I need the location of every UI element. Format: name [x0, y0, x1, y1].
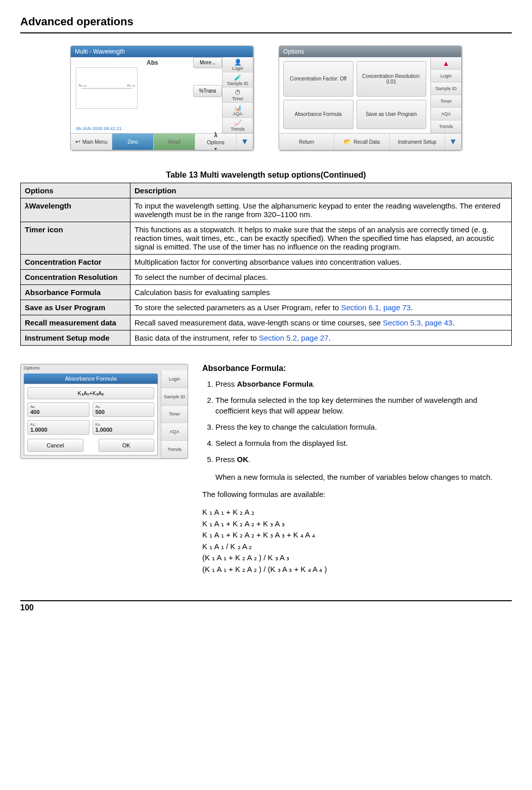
- instrument-setup-button[interactable]: Instrument Setup: [390, 134, 445, 150]
- sample-id-button[interactable]: 🧪Sample ID: [223, 72, 253, 88]
- procedure-steps: Press Absorbance Formula. The formula se…: [202, 379, 512, 465]
- axis-label-left: A₁ ₀₀: [78, 83, 86, 88]
- more-button[interactable]: More...: [193, 57, 222, 68]
- aqa-icon: 📊: [234, 104, 242, 111]
- page-down-button[interactable]: ▼: [237, 134, 253, 150]
- formula-select-button[interactable]: K₁A₁+K₂A₂: [27, 387, 154, 399]
- window-title: Multi - Wavelength: [71, 46, 253, 57]
- sample-icon: 🧪: [234, 74, 242, 81]
- save-user-program-button[interactable]: Save as User Program: [357, 100, 427, 130]
- dialog-tag: Options: [21, 364, 188, 370]
- opt-desc: To store the selected parameters as a Us…: [130, 300, 512, 315]
- k2-value: 1.0000: [96, 427, 152, 433]
- lambda-options-button[interactable]: λ Options ▼: [195, 134, 237, 150]
- step-text-end: .: [313, 380, 315, 388]
- side-toolbar: 👤Login 🧪Sample ID ⏱Timer 📊AQA 📈Trends: [222, 57, 253, 133]
- sample-id-button-3[interactable]: Sample ID: [161, 388, 188, 406]
- a1-value: 400: [30, 409, 86, 415]
- step-bold: Absorbance Formula: [237, 380, 313, 388]
- opt-name: Timer icon: [21, 222, 130, 255]
- desc-text: To store the selected parameters as a Us…: [135, 303, 341, 312]
- table-row: Absorbance FormulaCalculation basis for …: [21, 285, 512, 300]
- aqa-label-3: AQA: [169, 429, 179, 434]
- absorbance-formula-button[interactable]: Absorbance Formula: [283, 100, 353, 130]
- footer-rule: [20, 600, 512, 601]
- ok-button[interactable]: OK: [99, 439, 155, 452]
- procedure-heading: Absorbance Formula:: [202, 364, 512, 373]
- step-2: The formula selected in the top key dete…: [215, 395, 512, 416]
- opt-desc: Multiplication factor for converting abs…: [130, 255, 512, 270]
- login-label-3: Login: [169, 377, 180, 382]
- opt-desc: This functions as a stopwatch. It helps …: [130, 222, 512, 255]
- post-ok-note: When a new formula is selected, the numb…: [215, 472, 512, 482]
- login-icon: 👤: [234, 59, 242, 66]
- aqa-button-2[interactable]: AQA: [431, 108, 461, 120]
- step-text: Press: [215, 455, 237, 464]
- cancel-button[interactable]: Cancel: [27, 439, 83, 452]
- xref-link[interactable]: Section 5.3, page 43: [383, 318, 453, 327]
- login-button-3[interactable]: Login: [161, 370, 188, 388]
- trends-icon: 📈: [234, 119, 242, 127]
- opt-name: Concentration Resolution: [21, 270, 130, 285]
- k2-button[interactable]: K₂:1.0000: [93, 420, 155, 435]
- return-button[interactable]: Return: [279, 134, 334, 150]
- login-button-2[interactable]: Login: [431, 70, 461, 82]
- zero-button[interactable]: Zero: [112, 134, 154, 150]
- k1-value: 1.0000: [30, 427, 86, 433]
- aqa-button-3[interactable]: AQA: [161, 423, 188, 441]
- xref-link[interactable]: Section 6.1, page 73: [341, 303, 411, 312]
- timer-button-3[interactable]: Timer: [161, 406, 188, 424]
- dialog-title: Absorbance Formula: [24, 373, 158, 384]
- opt-desc: Calculation basis for evaluating samples: [130, 285, 512, 300]
- formulas-available-label: The following formulas are available:: [202, 489, 512, 500]
- trends-button-2[interactable]: Trends: [431, 120, 461, 133]
- table-row: Recall measurement dataRecall saved meas…: [21, 315, 512, 330]
- step-3: Press the key to change the calculation …: [215, 422, 512, 432]
- timer-button-2[interactable]: Timer: [431, 95, 461, 108]
- a1-button[interactable]: A₁:400: [27, 402, 90, 417]
- xref-link[interactable]: Section 5.2, page 27: [259, 334, 329, 342]
- aqa-button[interactable]: 📊AQA: [223, 103, 253, 118]
- k1-label: K₁:: [30, 422, 36, 427]
- table-row: Save as User ProgramTo store the selecte…: [21, 300, 512, 315]
- a2-button[interactable]: A₂:500: [93, 402, 155, 417]
- down-arrow-icon: ▼: [241, 137, 249, 146]
- recall-data-button[interactable]: 📂Recall Data: [334, 134, 389, 150]
- screenshot-multi-wavelength: Multi - Wavelength Abs More... %Trans A₁…: [70, 46, 253, 150]
- aqa-label-2: AQA: [441, 111, 451, 116]
- abs-label: Abs: [147, 59, 158, 66]
- concentration-factor-button[interactable]: Concentration Factor: Off: [283, 61, 353, 97]
- formula-line: K ₁ A ₁ + K ₂ A ₂ + K ₃ A ₃: [202, 518, 512, 530]
- table-row: Concentration ResolutionTo select the nu…: [21, 270, 512, 285]
- step-4: Select a formula from the displayed list…: [215, 438, 512, 448]
- trends-button[interactable]: 📈Trends: [223, 118, 253, 133]
- timer-label: Timer: [232, 96, 244, 101]
- trends-label: Trends: [231, 127, 245, 132]
- opt-desc: To input the wavelength setting. Use the…: [130, 198, 512, 222]
- k1-button[interactable]: K₁:1.0000: [27, 420, 90, 435]
- percent-trans-button[interactable]: %Trans: [193, 85, 222, 97]
- concentration-resolution-button[interactable]: Concentration Resolution: 0.01: [357, 61, 427, 97]
- timer-button[interactable]: ⏱Timer: [223, 88, 253, 103]
- up-arrow-button[interactable]: ▲: [431, 57, 461, 70]
- k2-label: K₂:: [96, 422, 101, 427]
- page-down-button-2[interactable]: ▼: [445, 134, 461, 150]
- table-caption: Table 13 Multi wavelength setup options(…: [20, 171, 512, 180]
- login-button[interactable]: 👤Login: [223, 57, 253, 72]
- formula-list: K ₁ A ₁ + K ₂ A ₂ K ₁ A ₁ + K ₂ A ₂ + K …: [202, 507, 512, 575]
- table-row: λWavelengthTo input the wavelength setti…: [21, 198, 512, 222]
- screenshot-absorbance-formula-dialog: Options Absorbance Formula K₁A₁+K₂A₂ A₁:…: [20, 364, 188, 459]
- aqa-label: AQA: [233, 111, 242, 116]
- step-text: Press: [215, 380, 237, 388]
- trends-button-3[interactable]: Trends: [161, 441, 188, 459]
- axis-label-right: A₂ ₀₀: [127, 83, 135, 88]
- sample-label: Sample ID: [227, 81, 248, 86]
- main-menu-button[interactable]: ↩Main Menu: [71, 134, 112, 150]
- step-bold: OK: [237, 455, 249, 464]
- login-label: Login: [232, 66, 243, 71]
- sample-label-2: Sample ID: [435, 86, 457, 91]
- formula-line: (K ₁ A ₁ + K ₂ A ₂ ) / K ₃ A ₃: [202, 552, 512, 564]
- sample-id-button-2[interactable]: Sample ID: [431, 82, 461, 95]
- read-button[interactable]: Read: [154, 134, 195, 150]
- formula-line: K ₁ A ₁ + K ₂ A ₂: [202, 507, 512, 518]
